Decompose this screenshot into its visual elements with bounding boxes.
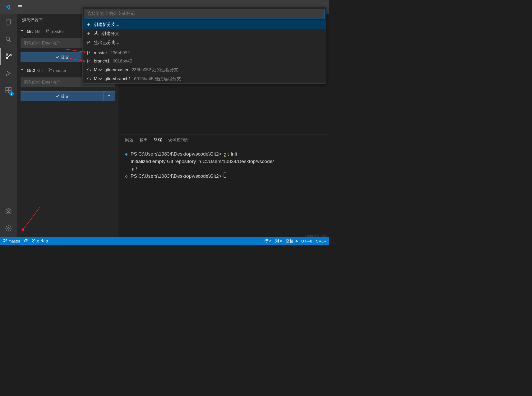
activity-explorer[interactable] (0, 14, 17, 31)
commit-button[interactable]: 提交 (21, 91, 104, 101)
tab-terminal[interactable]: 终端 (154, 137, 162, 144)
svg-point-26 (6, 239, 7, 240)
svg-point-20 (48, 30, 49, 31)
separator (85, 48, 324, 48)
svg-point-42 (89, 52, 90, 53)
vscode-logo-icon (5, 4, 11, 10)
svg-point-40 (87, 51, 88, 52)
quick-pick-label: 从...创建分支 (94, 31, 119, 37)
repo-branch[interactable]: master (48, 68, 67, 73)
repo-provider: Git (35, 29, 41, 34)
activity-scm[interactable] (0, 48, 17, 65)
svg-point-16 (8, 210, 10, 211)
quick-pick-item-checkout-detached[interactable]: 签出已分离... (82, 38, 326, 47)
svg-point-45 (89, 60, 90, 61)
terminal-line: PS C:\Users\10834\Desktop\vscode\Git2> g… (125, 150, 322, 158)
quick-pick: 创建新分支... 从...创建分支 签出已分离... master 236bb0… (82, 7, 326, 84)
quick-pick-desc: 6016ba45 处的远程分支 (134, 76, 181, 82)
repo-provider: Git (37, 68, 43, 73)
svg-point-19 (46, 31, 47, 32)
cloud-icon (86, 68, 91, 72)
account-icon (5, 208, 12, 216)
repo-name: Git2 (27, 68, 35, 73)
status-eol[interactable]: CRLF (316, 239, 326, 243)
warning-icon (40, 239, 44, 244)
terminal-text: Initialized empty Git repository in C:/U… (131, 158, 274, 165)
chevron-down-icon (107, 94, 111, 99)
svg-line-5 (10, 40, 11, 42)
activity-accounts[interactable] (0, 203, 17, 220)
branch-icon (86, 59, 91, 63)
cursor-icon (224, 173, 226, 178)
svg-point-21 (49, 68, 50, 69)
svg-point-6 (6, 54, 8, 55)
status-errors: 0 (37, 239, 39, 243)
terminal-body[interactable]: PS C:\Users\10834\Desktop\vscode\Git2> g… (118, 147, 329, 237)
branch-icon (48, 68, 52, 73)
activity-debug[interactable] (0, 65, 17, 82)
tab-problems[interactable]: 问题 (125, 137, 133, 144)
quick-pick-desc: 6016ba45 (113, 59, 132, 64)
check-icon (55, 94, 59, 99)
terminal-line: PS C:\Users\10834\Desktop\vscode\Git2> (125, 173, 322, 180)
svg-point-7 (6, 57, 8, 59)
sync-icon (24, 239, 28, 244)
activity-extensions[interactable]: 1 (0, 82, 17, 99)
svg-rect-3 (7, 20, 11, 24)
svg-point-18 (46, 29, 47, 30)
activity-search[interactable] (0, 31, 17, 48)
branch-label: master (53, 68, 67, 73)
activity-bar: 1 (0, 14, 17, 237)
status-problems[interactable]: 0 0 (32, 239, 48, 244)
svg-point-38 (87, 43, 88, 44)
quick-pick-label: 创建新分支... (94, 22, 119, 28)
svg-point-17 (8, 227, 10, 229)
svg-point-25 (4, 241, 5, 242)
app-menu-button[interactable] (17, 4, 23, 11)
quick-pick-item-remote-branch[interactable]: Mez_gitee/branch1 6016ba45 处的远程分支 (82, 74, 326, 83)
svg-point-10 (6, 75, 7, 76)
svg-point-44 (87, 62, 88, 63)
tab-output[interactable]: 输出 (140, 137, 148, 144)
chevron-down-icon (20, 68, 24, 73)
quick-pick-item-branch[interactable]: branch1 6016ba45 (82, 57, 326, 65)
repo-branch[interactable]: master (45, 29, 64, 34)
svg-point-41 (87, 53, 88, 55)
tab-debug-console[interactable]: 调试控制台 (168, 137, 189, 144)
status-line-col[interactable]: 行 3，列 6 (264, 239, 282, 244)
commit-label: 提交 (61, 55, 69, 60)
quick-pick-item-create-branch-from[interactable]: 从...创建分支 (82, 29, 326, 38)
branch-icon (86, 51, 91, 55)
files-icon (5, 19, 12, 27)
terminal-line: Initialized empty Git repository in C:/U… (125, 158, 322, 165)
svg-point-43 (87, 60, 88, 61)
svg-point-39 (89, 41, 90, 42)
quick-pick-input[interactable] (84, 9, 325, 19)
quick-pick-item-remote-branch[interactable]: Mez_gitee/master 236bb052 处的远程分支 (82, 65, 326, 74)
quick-pick-desc: 236bb052 (110, 50, 130, 56)
quick-pick-item-create-branch[interactable]: 创建新分支... (82, 20, 326, 29)
svg-point-23 (51, 69, 52, 70)
svg-marker-9 (7, 71, 10, 75)
quick-pick-desc: 236bb052 处的远程分支 (132, 67, 178, 73)
status-indent[interactable]: 空格: 4 (286, 239, 298, 244)
terminal-cmd: git (224, 150, 229, 158)
plus-icon (86, 23, 91, 27)
svg-rect-12 (6, 91, 8, 93)
status-bar: master 0 0 行 3，列 6 空格: 4 UTF-8 CRLF (0, 237, 329, 245)
svg-point-37 (87, 41, 88, 42)
panel: 问题 输出 终端 调试控制台 PS C:\Users\10834\Desktop… (118, 134, 329, 237)
quick-pick-item-branch[interactable]: master 236bb052 (82, 49, 326, 57)
status-branch[interactable]: master (3, 239, 20, 244)
status-sync[interactable] (24, 239, 28, 244)
chevron-down-icon (20, 29, 24, 34)
plus-icon (86, 32, 91, 36)
bullet-icon (125, 175, 127, 178)
extensions-badge: 1 (9, 91, 14, 96)
svg-rect-11 (6, 87, 8, 90)
quick-pick-list: 创建新分支... 从...创建分支 签出已分离... master 236bb0… (82, 20, 326, 83)
quick-pick-label: Mez_gitee/branch1 (94, 76, 131, 82)
commit-more-button[interactable] (104, 91, 115, 101)
activity-settings[interactable] (0, 220, 17, 237)
status-encoding[interactable]: UTF-8 (301, 239, 312, 243)
